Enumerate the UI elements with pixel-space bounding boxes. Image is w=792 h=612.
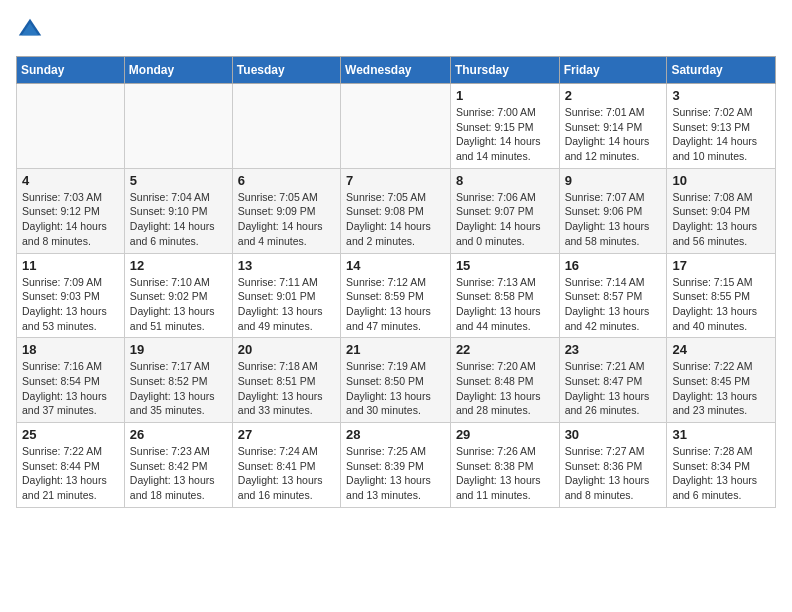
day-info: Sunrise: 7:16 AM Sunset: 8:54 PM Dayligh…: [22, 359, 119, 418]
logo: [16, 16, 48, 44]
day-info: Sunrise: 7:05 AM Sunset: 9:09 PM Dayligh…: [238, 190, 335, 249]
day-info: Sunrise: 7:04 AM Sunset: 9:10 PM Dayligh…: [130, 190, 227, 249]
day-cell: 11Sunrise: 7:09 AM Sunset: 9:03 PM Dayli…: [17, 253, 125, 338]
day-number: 4: [22, 173, 119, 188]
week-row-4: 18Sunrise: 7:16 AM Sunset: 8:54 PM Dayli…: [17, 338, 776, 423]
day-cell: 25Sunrise: 7:22 AM Sunset: 8:44 PM Dayli…: [17, 423, 125, 508]
day-number: 25: [22, 427, 119, 442]
day-info: Sunrise: 7:27 AM Sunset: 8:36 PM Dayligh…: [565, 444, 662, 503]
day-cell: 19Sunrise: 7:17 AM Sunset: 8:52 PM Dayli…: [124, 338, 232, 423]
day-cell: [17, 84, 125, 169]
day-cell: [232, 84, 340, 169]
day-number: 22: [456, 342, 554, 357]
day-info: Sunrise: 7:20 AM Sunset: 8:48 PM Dayligh…: [456, 359, 554, 418]
day-info: Sunrise: 7:09 AM Sunset: 9:03 PM Dayligh…: [22, 275, 119, 334]
day-cell: 22Sunrise: 7:20 AM Sunset: 8:48 PM Dayli…: [450, 338, 559, 423]
day-cell: 26Sunrise: 7:23 AM Sunset: 8:42 PM Dayli…: [124, 423, 232, 508]
column-header-tuesday: Tuesday: [232, 57, 340, 84]
day-number: 26: [130, 427, 227, 442]
day-number: 18: [22, 342, 119, 357]
day-cell: 28Sunrise: 7:25 AM Sunset: 8:39 PM Dayli…: [341, 423, 451, 508]
day-number: 12: [130, 258, 227, 273]
day-number: 15: [456, 258, 554, 273]
day-number: 30: [565, 427, 662, 442]
day-cell: 14Sunrise: 7:12 AM Sunset: 8:59 PM Dayli…: [341, 253, 451, 338]
day-info: Sunrise: 7:21 AM Sunset: 8:47 PM Dayligh…: [565, 359, 662, 418]
day-cell: 24Sunrise: 7:22 AM Sunset: 8:45 PM Dayli…: [667, 338, 776, 423]
day-cell: 29Sunrise: 7:26 AM Sunset: 8:38 PM Dayli…: [450, 423, 559, 508]
day-info: Sunrise: 7:25 AM Sunset: 8:39 PM Dayligh…: [346, 444, 445, 503]
day-info: Sunrise: 7:23 AM Sunset: 8:42 PM Dayligh…: [130, 444, 227, 503]
day-number: 23: [565, 342, 662, 357]
day-info: Sunrise: 7:17 AM Sunset: 8:52 PM Dayligh…: [130, 359, 227, 418]
day-info: Sunrise: 7:06 AM Sunset: 9:07 PM Dayligh…: [456, 190, 554, 249]
day-cell: [124, 84, 232, 169]
week-row-3: 11Sunrise: 7:09 AM Sunset: 9:03 PM Dayli…: [17, 253, 776, 338]
day-cell: 31Sunrise: 7:28 AM Sunset: 8:34 PM Dayli…: [667, 423, 776, 508]
day-cell: 20Sunrise: 7:18 AM Sunset: 8:51 PM Dayli…: [232, 338, 340, 423]
column-header-saturday: Saturday: [667, 57, 776, 84]
day-info: Sunrise: 7:02 AM Sunset: 9:13 PM Dayligh…: [672, 105, 770, 164]
day-number: 16: [565, 258, 662, 273]
day-info: Sunrise: 7:19 AM Sunset: 8:50 PM Dayligh…: [346, 359, 445, 418]
day-info: Sunrise: 7:07 AM Sunset: 9:06 PM Dayligh…: [565, 190, 662, 249]
day-info: Sunrise: 7:18 AM Sunset: 8:51 PM Dayligh…: [238, 359, 335, 418]
day-number: 1: [456, 88, 554, 103]
day-info: Sunrise: 7:11 AM Sunset: 9:01 PM Dayligh…: [238, 275, 335, 334]
day-cell: 10Sunrise: 7:08 AM Sunset: 9:04 PM Dayli…: [667, 168, 776, 253]
day-cell: 18Sunrise: 7:16 AM Sunset: 8:54 PM Dayli…: [17, 338, 125, 423]
day-number: 19: [130, 342, 227, 357]
column-header-friday: Friday: [559, 57, 667, 84]
day-cell: 1Sunrise: 7:00 AM Sunset: 9:15 PM Daylig…: [450, 84, 559, 169]
day-cell: 16Sunrise: 7:14 AM Sunset: 8:57 PM Dayli…: [559, 253, 667, 338]
day-cell: 12Sunrise: 7:10 AM Sunset: 9:02 PM Dayli…: [124, 253, 232, 338]
day-info: Sunrise: 7:22 AM Sunset: 8:44 PM Dayligh…: [22, 444, 119, 503]
day-cell: 7Sunrise: 7:05 AM Sunset: 9:08 PM Daylig…: [341, 168, 451, 253]
page-header: [16, 16, 776, 44]
day-number: 9: [565, 173, 662, 188]
logo-icon: [16, 16, 44, 44]
day-number: 5: [130, 173, 227, 188]
day-info: Sunrise: 7:03 AM Sunset: 9:12 PM Dayligh…: [22, 190, 119, 249]
day-cell: 3Sunrise: 7:02 AM Sunset: 9:13 PM Daylig…: [667, 84, 776, 169]
day-info: Sunrise: 7:28 AM Sunset: 8:34 PM Dayligh…: [672, 444, 770, 503]
day-number: 11: [22, 258, 119, 273]
day-number: 6: [238, 173, 335, 188]
day-info: Sunrise: 7:14 AM Sunset: 8:57 PM Dayligh…: [565, 275, 662, 334]
week-row-1: 1Sunrise: 7:00 AM Sunset: 9:15 PM Daylig…: [17, 84, 776, 169]
day-info: Sunrise: 7:13 AM Sunset: 8:58 PM Dayligh…: [456, 275, 554, 334]
day-info: Sunrise: 7:22 AM Sunset: 8:45 PM Dayligh…: [672, 359, 770, 418]
day-number: 2: [565, 88, 662, 103]
day-cell: 15Sunrise: 7:13 AM Sunset: 8:58 PM Dayli…: [450, 253, 559, 338]
day-cell: 21Sunrise: 7:19 AM Sunset: 8:50 PM Dayli…: [341, 338, 451, 423]
day-number: 17: [672, 258, 770, 273]
day-info: Sunrise: 7:15 AM Sunset: 8:55 PM Dayligh…: [672, 275, 770, 334]
day-cell: 2Sunrise: 7:01 AM Sunset: 9:14 PM Daylig…: [559, 84, 667, 169]
day-number: 28: [346, 427, 445, 442]
day-info: Sunrise: 7:08 AM Sunset: 9:04 PM Dayligh…: [672, 190, 770, 249]
day-number: 24: [672, 342, 770, 357]
day-info: Sunrise: 7:12 AM Sunset: 8:59 PM Dayligh…: [346, 275, 445, 334]
day-info: Sunrise: 7:26 AM Sunset: 8:38 PM Dayligh…: [456, 444, 554, 503]
day-number: 31: [672, 427, 770, 442]
day-number: 27: [238, 427, 335, 442]
day-cell: 23Sunrise: 7:21 AM Sunset: 8:47 PM Dayli…: [559, 338, 667, 423]
day-cell: 30Sunrise: 7:27 AM Sunset: 8:36 PM Dayli…: [559, 423, 667, 508]
day-number: 10: [672, 173, 770, 188]
day-number: 20: [238, 342, 335, 357]
column-header-thursday: Thursday: [450, 57, 559, 84]
day-number: 3: [672, 88, 770, 103]
column-header-sunday: Sunday: [17, 57, 125, 84]
day-cell: 17Sunrise: 7:15 AM Sunset: 8:55 PM Dayli…: [667, 253, 776, 338]
day-info: Sunrise: 7:01 AM Sunset: 9:14 PM Dayligh…: [565, 105, 662, 164]
header-row: SundayMondayTuesdayWednesdayThursdayFrid…: [17, 57, 776, 84]
day-number: 14: [346, 258, 445, 273]
day-info: Sunrise: 7:00 AM Sunset: 9:15 PM Dayligh…: [456, 105, 554, 164]
day-info: Sunrise: 7:24 AM Sunset: 8:41 PM Dayligh…: [238, 444, 335, 503]
day-number: 21: [346, 342, 445, 357]
week-row-2: 4Sunrise: 7:03 AM Sunset: 9:12 PM Daylig…: [17, 168, 776, 253]
day-number: 13: [238, 258, 335, 273]
column-header-wednesday: Wednesday: [341, 57, 451, 84]
calendar-table: SundayMondayTuesdayWednesdayThursdayFrid…: [16, 56, 776, 508]
day-cell: 8Sunrise: 7:06 AM Sunset: 9:07 PM Daylig…: [450, 168, 559, 253]
